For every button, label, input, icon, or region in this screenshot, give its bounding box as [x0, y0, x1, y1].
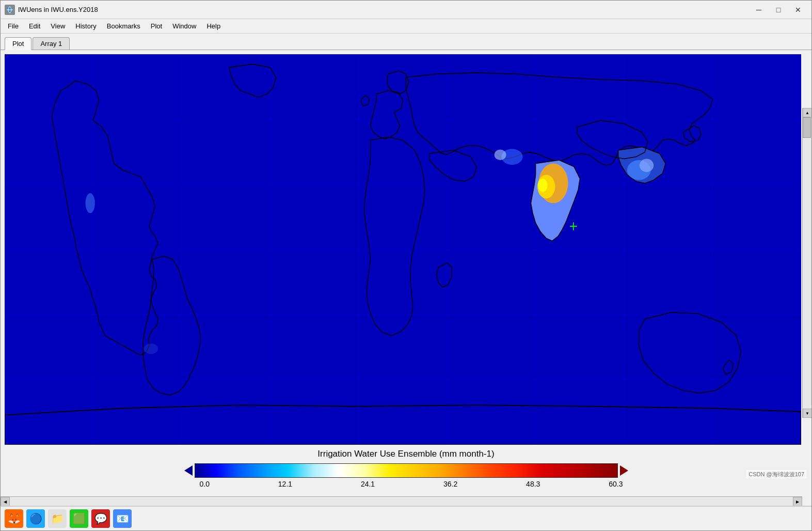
- colorbar-label-3: 36.2: [443, 480, 457, 488]
- scroll-track-horizontal: [10, 497, 793, 506]
- scroll-right-button[interactable]: ▶: [793, 497, 802, 506]
- scroll-thumb-vertical[interactable]: [803, 117, 811, 138]
- colorbar-label-4: 48.3: [526, 480, 540, 488]
- svg-point-28: [86, 193, 95, 213]
- map-container: [5, 54, 801, 445]
- main-window: IWUens in IWU.ens.Y2018 ─ □ ✕ File Edit …: [0, 0, 812, 531]
- taskbar: 🦊 🔵 📁 🟩 💬 📧: [1, 506, 811, 530]
- watermark: CSDN @海绵波波107: [746, 470, 806, 479]
- world-map-svg: [5, 54, 801, 445]
- main-content: ▲ ▼ Irrigation Water Use Ensemble (mm mo…: [1, 50, 811, 506]
- map-canvas: [5, 54, 801, 445]
- colorbar-section: Irrigation Water Use Ensemble (mm month-…: [1, 445, 811, 496]
- menu-view[interactable]: View: [45, 20, 70, 32]
- taskbar-icon-0[interactable]: 🦊: [5, 509, 23, 528]
- colorbar-label-0: 0.0: [200, 480, 210, 488]
- scrollbar-horizontal[interactable]: ◀ ▶: [1, 496, 802, 506]
- title-bar: IWUens in IWU.ens.Y2018 ─ □ ✕: [1, 1, 811, 19]
- taskbar-icon-2[interactable]: 📁: [48, 509, 67, 528]
- tab-array1[interactable]: Array 1: [33, 37, 70, 50]
- menu-edit[interactable]: Edit: [24, 20, 45, 32]
- menu-plot[interactable]: Plot: [146, 20, 167, 32]
- window-controls: ─ □ ✕: [750, 3, 807, 17]
- menu-bar: File Edit View History Bookmarks Plot Wi…: [1, 19, 811, 34]
- map-scrollbar-vertical[interactable]: ▲ ▼: [802, 108, 811, 418]
- svg-point-23: [538, 179, 547, 192]
- tabs-bar: Plot Array 1: [1, 34, 811, 50]
- svg-point-29: [144, 343, 158, 354]
- menu-bookmarks[interactable]: Bookmarks: [102, 20, 146, 32]
- taskbar-icon-1[interactable]: 🔵: [26, 509, 45, 528]
- maximize-button[interactable]: □: [769, 3, 788, 17]
- taskbar-icon-4[interactable]: 💬: [91, 509, 110, 528]
- colorbar-gradient: [195, 463, 618, 478]
- colorbar-label-2: 24.1: [361, 480, 375, 488]
- colorbar-title: Irrigation Water Use Ensemble (mm month-…: [317, 449, 494, 459]
- scroll-track-vertical: [803, 117, 811, 409]
- menu-window[interactable]: Window: [167, 20, 201, 32]
- taskbar-icon-3[interactable]: 🟩: [70, 509, 88, 528]
- scroll-left-button[interactable]: ◀: [1, 497, 10, 506]
- tab-plot[interactable]: Plot: [5, 37, 31, 50]
- window-title: IWUens in IWU.ens.Y2018: [18, 6, 750, 13]
- colorbar-label-5: 60.3: [609, 480, 623, 488]
- menu-file[interactable]: File: [3, 20, 24, 32]
- minimize-button[interactable]: ─: [750, 3, 768, 17]
- colorbar-labels: 0.0 12.1 24.1 36.2 48.3 60.3: [200, 480, 623, 488]
- menu-history[interactable]: History: [70, 20, 101, 32]
- svg-point-27: [495, 150, 506, 161]
- colorbar-wrapper: [184, 463, 628, 478]
- scroll-up-button[interactable]: ▲: [803, 108, 811, 117]
- colorbar-label-1: 12.1: [278, 480, 292, 488]
- taskbar-icon-5[interactable]: 📧: [113, 509, 132, 528]
- close-button[interactable]: ✕: [789, 3, 807, 17]
- colorbar-arrow-right: [620, 465, 628, 476]
- colorbar-arrow-left: [184, 465, 193, 476]
- app-icon: [5, 5, 15, 15]
- menu-help[interactable]: Help: [201, 20, 226, 32]
- scroll-down-button[interactable]: ▼: [803, 409, 811, 418]
- svg-point-25: [640, 159, 654, 172]
